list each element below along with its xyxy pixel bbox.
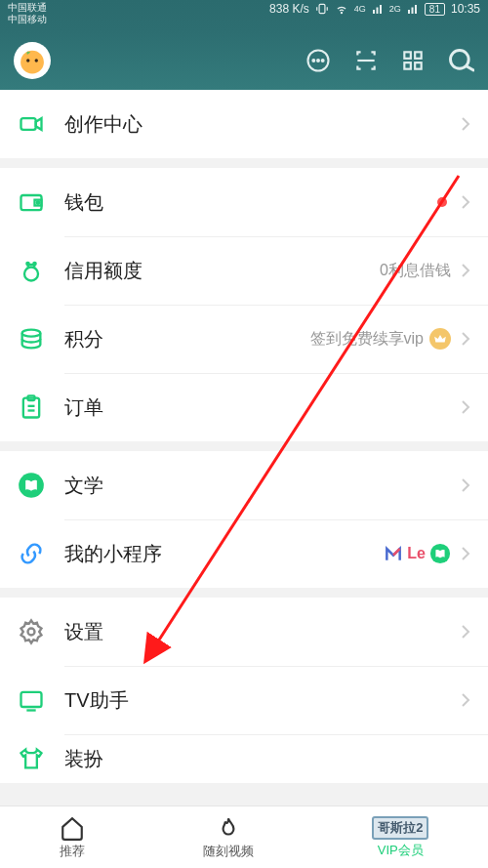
camera-icon	[18, 110, 45, 138]
book-badge-icon	[429, 543, 451, 564]
svg-point-12	[35, 59, 38, 62]
meta-points: 签到免费续享vip	[310, 328, 451, 350]
nav-vip[interactable]: 哥斯拉2 VIP会员	[372, 816, 428, 859]
svg-point-31	[22, 330, 41, 337]
net-speed: 838 K/s	[269, 2, 309, 16]
chevron-right-icon	[461, 194, 470, 210]
svg-rect-19	[415, 52, 422, 59]
svg-rect-21	[415, 62, 422, 69]
carrier-labels: 中国联通 中国移动	[8, 2, 47, 25]
avatar[interactable]	[14, 42, 51, 79]
svg-rect-6	[380, 5, 382, 14]
bottom-nav: 推荐 随刻视频 哥斯拉2 VIP会员	[0, 806, 488, 868]
credit-icon	[18, 257, 45, 284]
chevron-right-icon	[461, 624, 470, 640]
carrier-1: 中国联通	[8, 2, 47, 14]
row-literature[interactable]: 文学	[0, 451, 488, 519]
notification-dot	[437, 197, 447, 207]
godzilla-badge: 哥斯拉2	[372, 816, 428, 840]
link-icon	[18, 540, 45, 567]
mini-program-badges: Le	[384, 543, 451, 564]
row-orders[interactable]: 订单	[0, 373, 488, 441]
book-icon	[18, 472, 45, 499]
svg-point-30	[33, 263, 35, 265]
svg-point-22	[451, 51, 469, 69]
chevron-right-icon	[461, 263, 470, 278]
nav-random-video[interactable]: 随刻视频	[203, 815, 254, 860]
chevron-right-icon	[461, 477, 470, 493]
svg-rect-39	[21, 692, 42, 707]
svg-rect-5	[376, 8, 378, 15]
message-icon[interactable]	[305, 47, 332, 74]
svg-rect-18	[404, 52, 411, 59]
chevron-right-icon	[461, 331, 470, 347]
label-creator-center: 创作中心	[64, 111, 451, 138]
vibrate-icon	[315, 2, 329, 16]
m-icon	[384, 544, 403, 563]
signal-icon-2	[407, 3, 419, 15]
svg-point-15	[317, 60, 319, 62]
svg-point-29	[26, 263, 28, 265]
row-creator-center[interactable]: 创作中心	[0, 90, 488, 158]
svg-point-27	[37, 201, 39, 203]
label-credit: 信用额度	[64, 258, 380, 284]
label-points: 积分	[64, 326, 310, 352]
label-dress-up: 装扮	[64, 746, 470, 772]
row-mini-programs[interactable]: 我的小程序 Le	[0, 519, 488, 588]
carrier-2: 中国移动	[8, 14, 47, 25]
svg-point-10	[20, 51, 44, 74]
svg-point-38	[28, 629, 35, 636]
nav-label-vip: VIP会员	[378, 842, 424, 859]
label-literature: 文学	[64, 473, 451, 499]
nav-label-recommend: 推荐	[60, 843, 85, 860]
svg-point-14	[312, 60, 314, 62]
svg-rect-8	[411, 8, 413, 15]
chevron-right-icon	[461, 116, 470, 132]
gear-icon	[18, 618, 45, 645]
svg-point-11	[26, 59, 29, 62]
menu-content: 创作中心 钱包 信用额度 0利息借钱 积分 签到免费续享vip	[0, 90, 488, 783]
chevron-right-icon	[461, 692, 470, 708]
scan-icon[interactable]	[353, 48, 379, 73]
meta-credit: 0利息借钱	[380, 261, 451, 281]
wifi-icon	[335, 2, 348, 16]
battery-level: 81	[425, 3, 445, 16]
clock: 10:35	[451, 2, 480, 16]
chevron-right-icon	[461, 546, 470, 561]
signal-4g: 4G	[354, 4, 366, 14]
status-bar: 中国联通 中国移动 838 K/s 4G 2G 81 10:35	[0, 0, 488, 31]
nav-recommend[interactable]: 推荐	[60, 815, 85, 860]
label-tv-assistant: TV助手	[64, 687, 451, 714]
svg-point-3	[341, 13, 342, 14]
app-header	[0, 31, 488, 90]
grid-icon[interactable]	[400, 48, 426, 73]
clipboard-icon	[18, 393, 45, 421]
vip-crown-icon	[429, 328, 451, 350]
row-tv-assistant[interactable]: TV助手	[0, 666, 488, 734]
row-wallet[interactable]: 钱包	[0, 168, 488, 236]
label-mini-programs: 我的小程序	[64, 541, 384, 567]
svg-rect-4	[373, 10, 375, 14]
label-wallet: 钱包	[64, 189, 437, 216]
tv-icon	[18, 686, 45, 714]
row-dress-up[interactable]: 装扮	[0, 734, 488, 783]
label-orders: 订单	[64, 394, 451, 421]
svg-point-28	[24, 268, 38, 281]
svg-rect-9	[415, 5, 417, 14]
label-settings: 设置	[64, 619, 451, 645]
search-icon[interactable]	[447, 47, 474, 74]
home-icon	[60, 815, 85, 841]
svg-rect-20	[404, 62, 411, 69]
svg-rect-0	[319, 4, 325, 13]
row-points[interactable]: 积分 签到免费续享vip	[0, 305, 488, 373]
row-settings[interactable]: 设置	[0, 598, 488, 666]
avatar-icon	[16, 44, 49, 77]
flame-icon	[216, 815, 241, 841]
le-label: Le	[407, 545, 426, 562]
status-right: 838 K/s 4G 2G 81 10:35	[269, 2, 480, 16]
row-credit[interactable]: 信用额度 0利息借钱	[0, 236, 488, 305]
signal-2g: 2G	[389, 4, 401, 14]
wallet-icon	[18, 188, 45, 216]
chevron-right-icon	[461, 399, 470, 415]
coins-icon	[18, 325, 45, 352]
